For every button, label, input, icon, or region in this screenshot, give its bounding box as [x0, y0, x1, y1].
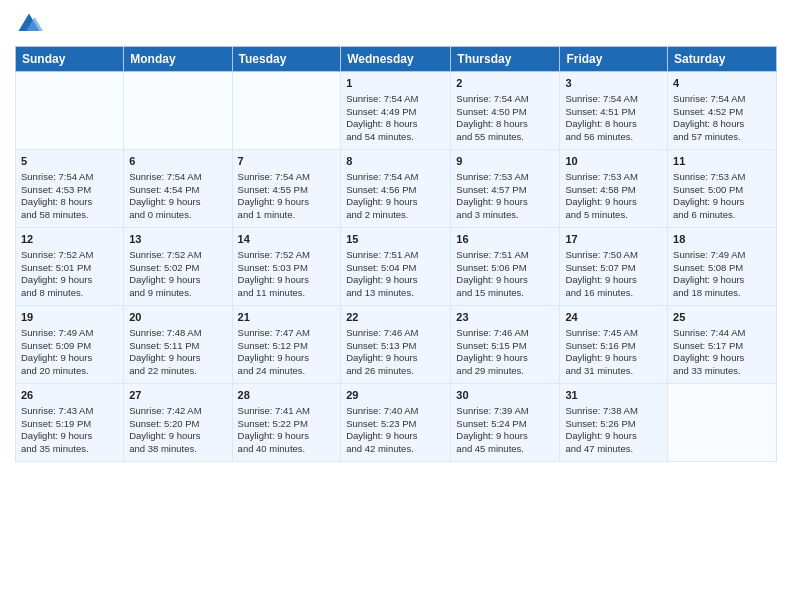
day-info: Sunset: 5:20 PM: [129, 418, 226, 431]
day-cell: 31Sunrise: 7:38 AMSunset: 5:26 PMDayligh…: [560, 384, 668, 462]
logo-icon: [15, 10, 43, 38]
day-cell: 28Sunrise: 7:41 AMSunset: 5:22 PMDayligh…: [232, 384, 341, 462]
day-info: Daylight: 9 hours: [565, 430, 662, 443]
day-info: Sunrise: 7:52 AM: [21, 249, 118, 262]
day-info: Sunset: 5:24 PM: [456, 418, 554, 431]
day-info: Sunset: 4:54 PM: [129, 184, 226, 197]
header-cell-thursday: Thursday: [451, 47, 560, 72]
day-number: 3: [565, 76, 662, 91]
day-info: and 58 minutes.: [21, 209, 118, 222]
day-cell: [668, 384, 777, 462]
day-info: and 9 minutes.: [129, 287, 226, 300]
day-info: Sunset: 5:08 PM: [673, 262, 771, 275]
day-cell: 21Sunrise: 7:47 AMSunset: 5:12 PMDayligh…: [232, 306, 341, 384]
day-info: Sunset: 4:49 PM: [346, 106, 445, 119]
day-cell: 9Sunrise: 7:53 AMSunset: 4:57 PMDaylight…: [451, 150, 560, 228]
day-cell: 27Sunrise: 7:42 AMSunset: 5:20 PMDayligh…: [124, 384, 232, 462]
day-info: Sunset: 5:17 PM: [673, 340, 771, 353]
day-info: Sunrise: 7:53 AM: [565, 171, 662, 184]
day-number: 31: [565, 388, 662, 403]
day-info: Daylight: 9 hours: [238, 352, 336, 365]
day-info: and 13 minutes.: [346, 287, 445, 300]
day-info: Daylight: 9 hours: [346, 274, 445, 287]
header-cell-tuesday: Tuesday: [232, 47, 341, 72]
logo: [15, 10, 47, 38]
day-info: Sunset: 5:06 PM: [456, 262, 554, 275]
day-number: 23: [456, 310, 554, 325]
day-number: 29: [346, 388, 445, 403]
day-info: Sunrise: 7:53 AM: [673, 171, 771, 184]
day-info: and 33 minutes.: [673, 365, 771, 378]
day-info: Daylight: 9 hours: [238, 274, 336, 287]
day-cell: 2Sunrise: 7:54 AMSunset: 4:50 PMDaylight…: [451, 72, 560, 150]
day-cell: 14Sunrise: 7:52 AMSunset: 5:03 PMDayligh…: [232, 228, 341, 306]
day-info: Sunrise: 7:52 AM: [129, 249, 226, 262]
day-number: 13: [129, 232, 226, 247]
day-info: Sunrise: 7:49 AM: [21, 327, 118, 340]
day-info: Sunrise: 7:40 AM: [346, 405, 445, 418]
day-cell: 12Sunrise: 7:52 AMSunset: 5:01 PMDayligh…: [16, 228, 124, 306]
day-number: 21: [238, 310, 336, 325]
day-number: 9: [456, 154, 554, 169]
day-number: 4: [673, 76, 771, 91]
day-cell: 24Sunrise: 7:45 AMSunset: 5:16 PMDayligh…: [560, 306, 668, 384]
day-info: Daylight: 9 hours: [21, 274, 118, 287]
day-cell: [232, 72, 341, 150]
day-cell: 22Sunrise: 7:46 AMSunset: 5:13 PMDayligh…: [341, 306, 451, 384]
day-info: Daylight: 9 hours: [129, 274, 226, 287]
day-info: Sunset: 5:07 PM: [565, 262, 662, 275]
day-info: and 38 minutes.: [129, 443, 226, 456]
day-info: Daylight: 9 hours: [673, 352, 771, 365]
day-info: and 31 minutes.: [565, 365, 662, 378]
day-cell: 23Sunrise: 7:46 AMSunset: 5:15 PMDayligh…: [451, 306, 560, 384]
day-number: 5: [21, 154, 118, 169]
day-number: 1: [346, 76, 445, 91]
day-info: Daylight: 9 hours: [456, 196, 554, 209]
day-info: Sunset: 5:19 PM: [21, 418, 118, 431]
day-info: Sunrise: 7:41 AM: [238, 405, 336, 418]
day-info: Sunrise: 7:50 AM: [565, 249, 662, 262]
day-info: and 54 minutes.: [346, 131, 445, 144]
day-number: 28: [238, 388, 336, 403]
day-info: Sunrise: 7:54 AM: [673, 93, 771, 106]
day-info: Sunrise: 7:43 AM: [21, 405, 118, 418]
week-row-1: 1Sunrise: 7:54 AMSunset: 4:49 PMDaylight…: [16, 72, 777, 150]
day-info: and 15 minutes.: [456, 287, 554, 300]
day-info: Sunrise: 7:54 AM: [21, 171, 118, 184]
day-cell: 4Sunrise: 7:54 AMSunset: 4:52 PMDaylight…: [668, 72, 777, 150]
day-number: 2: [456, 76, 554, 91]
day-info: and 57 minutes.: [673, 131, 771, 144]
day-info: Sunrise: 7:44 AM: [673, 327, 771, 340]
day-cell: 19Sunrise: 7:49 AMSunset: 5:09 PMDayligh…: [16, 306, 124, 384]
day-info: and 26 minutes.: [346, 365, 445, 378]
day-info: Daylight: 9 hours: [129, 352, 226, 365]
day-info: and 20 minutes.: [21, 365, 118, 378]
day-info: Sunset: 4:57 PM: [456, 184, 554, 197]
day-cell: 30Sunrise: 7:39 AMSunset: 5:24 PMDayligh…: [451, 384, 560, 462]
day-info: Sunset: 5:16 PM: [565, 340, 662, 353]
day-number: 19: [21, 310, 118, 325]
header: [15, 10, 777, 38]
day-info: and 42 minutes.: [346, 443, 445, 456]
day-cell: 29Sunrise: 7:40 AMSunset: 5:23 PMDayligh…: [341, 384, 451, 462]
day-cell: 10Sunrise: 7:53 AMSunset: 4:58 PMDayligh…: [560, 150, 668, 228]
day-info: Sunset: 5:12 PM: [238, 340, 336, 353]
page: SundayMondayTuesdayWednesdayThursdayFrid…: [0, 0, 792, 472]
day-number: 6: [129, 154, 226, 169]
day-number: 25: [673, 310, 771, 325]
day-info: Daylight: 9 hours: [129, 430, 226, 443]
day-info: Daylight: 9 hours: [21, 430, 118, 443]
day-cell: 3Sunrise: 7:54 AMSunset: 4:51 PMDaylight…: [560, 72, 668, 150]
day-info: Sunset: 5:23 PM: [346, 418, 445, 431]
day-info: Daylight: 9 hours: [456, 352, 554, 365]
day-info: Sunset: 5:04 PM: [346, 262, 445, 275]
day-cell: 17Sunrise: 7:50 AMSunset: 5:07 PMDayligh…: [560, 228, 668, 306]
day-info: Sunrise: 7:53 AM: [456, 171, 554, 184]
day-cell: 13Sunrise: 7:52 AMSunset: 5:02 PMDayligh…: [124, 228, 232, 306]
day-number: 14: [238, 232, 336, 247]
day-number: 18: [673, 232, 771, 247]
day-info: Sunset: 5:11 PM: [129, 340, 226, 353]
day-info: and 6 minutes.: [673, 209, 771, 222]
day-info: and 3 minutes.: [456, 209, 554, 222]
day-info: Sunrise: 7:54 AM: [346, 93, 445, 106]
